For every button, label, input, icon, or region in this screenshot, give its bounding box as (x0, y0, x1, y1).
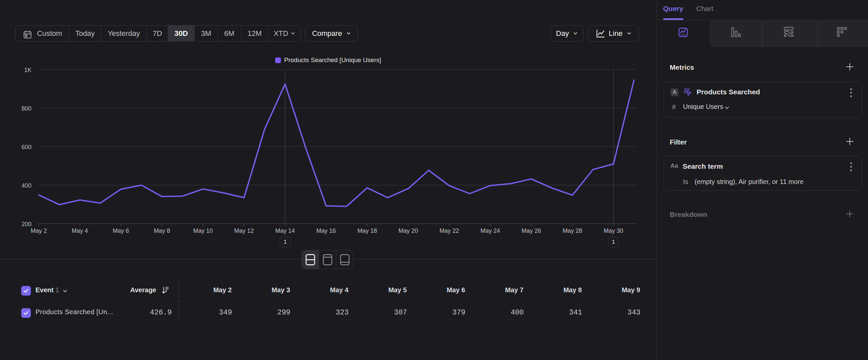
svg-text:May 6: May 6 (113, 227, 129, 234)
svg-text:May 30: May 30 (604, 227, 623, 234)
svg-text:May 14: May 14 (275, 227, 295, 234)
svg-text:May 20: May 20 (399, 227, 418, 234)
svg-text:May 24: May 24 (480, 227, 500, 234)
svg-text:May 18: May 18 (358, 227, 377, 234)
svg-text:May 10: May 10 (193, 227, 213, 234)
svg-text:200: 200 (22, 221, 31, 227)
svg-text:1K: 1K (24, 67, 31, 74)
svg-text:May 4: May 4 (72, 227, 88, 234)
svg-text:May 22: May 22 (439, 227, 459, 234)
svg-text:May 12: May 12 (234, 227, 254, 234)
svg-text:400: 400 (22, 182, 31, 189)
svg-text:May 16: May 16 (316, 227, 336, 234)
svg-text:600: 600 (22, 144, 31, 150)
svg-text:May 28: May 28 (563, 227, 582, 234)
svg-text:May 8: May 8 (154, 227, 170, 234)
svg-text:May 26: May 26 (522, 227, 541, 234)
svg-text:May 2: May 2 (31, 227, 47, 234)
svg-text:800: 800 (22, 105, 31, 112)
